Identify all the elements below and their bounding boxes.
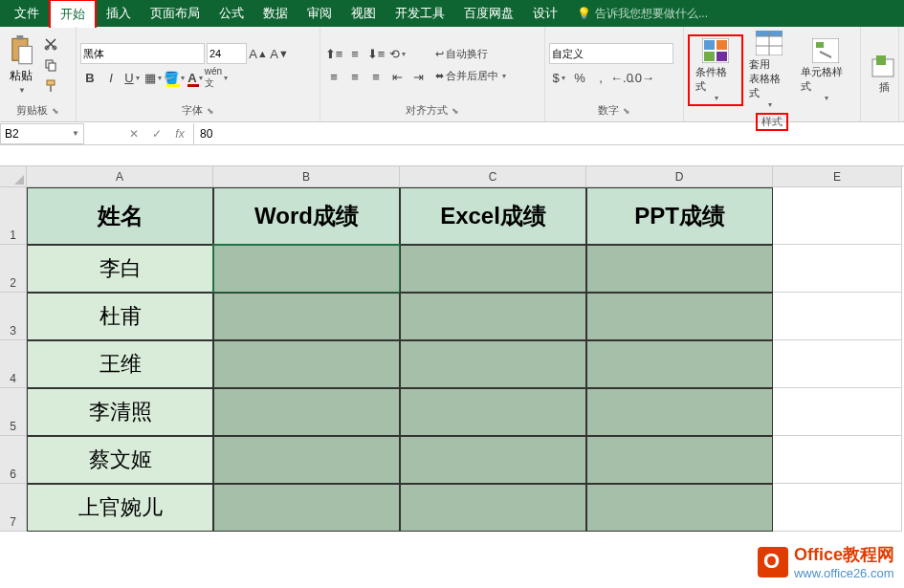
border-button[interactable]: ▦▾ — [143, 68, 163, 87]
align-bottom-button[interactable]: ⬇≡ — [366, 44, 386, 63]
data-cell[interactable] — [586, 388, 773, 436]
data-cell[interactable] — [586, 484, 773, 532]
col-header-E[interactable]: E — [773, 166, 902, 187]
menu-home[interactable]: 开始 — [49, 0, 97, 28]
increase-indent-button[interactable]: ⇥ — [408, 67, 428, 86]
cut-button[interactable] — [42, 35, 59, 53]
menu-data[interactable]: 数据 — [254, 0, 298, 27]
table-header-cell[interactable]: Excel成绩 — [400, 187, 586, 245]
decrease-indent-button[interactable]: ⇤ — [387, 67, 407, 86]
menu-dev-tools[interactable]: 开发工具 — [386, 0, 454, 27]
name-cell[interactable]: 李白 — [27, 245, 213, 293]
table-header-cell[interactable]: PPT成绩 — [586, 187, 773, 245]
launcher-icon[interactable]: ⬊ — [623, 106, 630, 116]
insert-cells-button[interactable]: 插 — [865, 52, 903, 97]
align-right-button[interactable]: ≡ — [366, 67, 386, 86]
number-format-select[interactable] — [549, 43, 673, 64]
align-middle-button[interactable]: ≡ — [345, 44, 364, 63]
data-cell[interactable] — [213, 245, 400, 293]
phonetic-button[interactable]: wén文▾ — [207, 68, 226, 87]
data-cell[interactable] — [400, 436, 586, 484]
menu-view[interactable]: 视图 — [342, 0, 386, 27]
empty-cell[interactable] — [773, 245, 902, 293]
cell-styles-button[interactable]: 单元格样式▾ — [795, 36, 856, 104]
launcher-icon[interactable]: ⬊ — [207, 106, 214, 116]
fx-button[interactable]: fx — [168, 127, 191, 141]
data-cell[interactable] — [586, 340, 773, 388]
name-cell[interactable]: 杜甫 — [27, 293, 213, 340]
data-cell[interactable] — [213, 293, 400, 340]
row-header-1[interactable]: 1 — [0, 187, 27, 245]
data-cell[interactable] — [400, 245, 586, 293]
font-size-select[interactable] — [207, 43, 247, 64]
underline-button[interactable]: U▾ — [122, 68, 142, 87]
wrap-text-button[interactable]: ↩自动换行 — [433, 45, 508, 63]
menu-file[interactable]: 文件 — [5, 0, 49, 27]
copy-button[interactable] — [42, 56, 59, 74]
comma-button[interactable]: , — [591, 68, 610, 87]
col-header-A[interactable]: A — [27, 166, 213, 187]
data-cell[interactable] — [213, 436, 400, 484]
menu-baidu[interactable]: 百度网盘 — [454, 0, 523, 27]
fill-color-button[interactable]: 🪣▾ — [165, 68, 184, 87]
menu-formulas[interactable]: 公式 — [209, 0, 254, 27]
data-cell[interactable] — [213, 388, 400, 436]
format-painter-button[interactable] — [42, 77, 59, 95]
bold-button[interactable]: B — [80, 68, 99, 87]
empty-cell[interactable] — [773, 388, 902, 436]
data-cell[interactable] — [400, 484, 586, 532]
font-name-select[interactable] — [80, 43, 205, 64]
name-cell[interactable]: 蔡文姬 — [27, 436, 213, 484]
italic-button[interactable]: I — [101, 68, 121, 87]
menu-insert[interactable]: 插入 — [97, 0, 141, 27]
data-cell[interactable] — [400, 293, 586, 340]
row-header-3[interactable]: 3 — [0, 293, 27, 340]
col-header-D[interactable]: D — [586, 166, 773, 187]
paste-button[interactable]: 粘贴 ▼ — [4, 32, 38, 98]
name-cell[interactable]: 上官婉儿 — [27, 484, 213, 532]
merge-center-button[interactable]: ⬌合并后居中▾ — [433, 67, 508, 85]
data-cell[interactable] — [400, 340, 586, 388]
empty-cell[interactable] — [773, 484, 902, 532]
data-cell[interactable] — [213, 340, 400, 388]
empty-cell[interactable] — [773, 340, 902, 388]
currency-button[interactable]: $▾ — [549, 68, 568, 87]
row-header-4[interactable]: 4 — [0, 340, 27, 388]
table-header-cell[interactable]: 姓名 — [27, 187, 213, 245]
data-cell[interactable] — [400, 388, 586, 436]
increase-decimal-button[interactable]: ←.0 — [612, 68, 631, 87]
data-cell[interactable] — [586, 293, 773, 340]
decrease-font-button[interactable]: A▼ — [270, 44, 289, 63]
enter-button[interactable]: ✓ — [145, 127, 168, 141]
format-as-table-button[interactable]: 套用 表格格式▾ — [743, 29, 795, 111]
row-header-6[interactable]: 6 — [0, 436, 27, 484]
empty-cell[interactable] — [773, 187, 902, 245]
table-header-cell[interactable]: Word成绩 — [213, 187, 400, 245]
decrease-decimal-button[interactable]: .0→ — [633, 68, 652, 87]
percent-button[interactable]: % — [570, 68, 589, 87]
menu-page-layout[interactable]: 页面布局 — [141, 0, 209, 27]
increase-font-button[interactable]: A▲ — [249, 44, 268, 63]
align-left-button[interactable]: ≡ — [324, 67, 343, 86]
tell-me-box[interactable]: 💡 告诉我您想要做什么... — [577, 6, 708, 22]
row-header-2[interactable]: 2 — [0, 245, 27, 293]
align-top-button[interactable]: ⬆≡ — [324, 44, 343, 63]
font-color-button[interactable]: A▾ — [186, 68, 205, 87]
row-header-5[interactable]: 5 — [0, 388, 27, 436]
col-header-B[interactable]: B — [213, 166, 400, 187]
align-center-button[interactable]: ≡ — [345, 67, 364, 86]
col-header-C[interactable]: C — [400, 166, 586, 187]
row-header-7[interactable]: 7 — [0, 484, 27, 532]
empty-cell[interactable] — [773, 436, 902, 484]
data-cell[interactable] — [213, 484, 400, 532]
empty-cell[interactable] — [773, 293, 902, 340]
menu-review[interactable]: 审阅 — [298, 0, 342, 27]
launcher-icon[interactable]: ⬊ — [452, 106, 459, 116]
data-cell[interactable] — [586, 436, 773, 484]
name-box[interactable]: B2▼ — [0, 123, 84, 144]
select-all-corner[interactable] — [0, 166, 27, 187]
data-cell[interactable] — [586, 245, 773, 293]
name-cell[interactable]: 王维 — [27, 340, 213, 388]
orientation-button[interactable]: ⟲▾ — [387, 44, 407, 63]
launcher-icon[interactable]: ⬊ — [52, 106, 59, 116]
